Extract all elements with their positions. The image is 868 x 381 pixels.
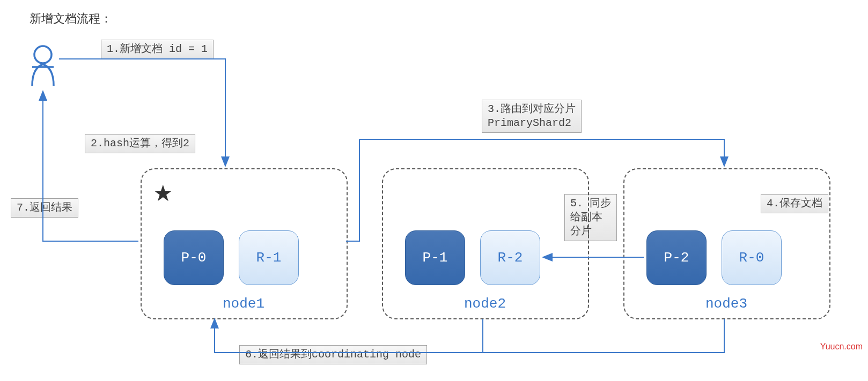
step-6-label: 6.返回结果到coordinating node: [239, 345, 427, 364]
step-3-label: 3.路由到对应分片 PrimaryShard2: [482, 100, 582, 133]
shard-p2: P-2: [646, 230, 707, 285]
user-icon: [27, 44, 59, 89]
shard-p1: P-1: [405, 230, 465, 285]
step-1-label: 1.新增文档 id = 1: [101, 40, 214, 59]
shard-r0: R-0: [722, 230, 782, 285]
step-2-label: 2.hash运算，得到2: [85, 134, 195, 153]
node3-label: node3: [705, 296, 747, 312]
node1-label: node1: [223, 296, 264, 312]
watermark: Yuucn.com: [820, 342, 863, 352]
svg-point-0: [34, 46, 52, 63]
star-icon: ★: [153, 180, 173, 206]
node2-label: node2: [464, 296, 506, 312]
step-7-label: 7.返回结果: [11, 198, 78, 218]
shard-r2: R-2: [480, 230, 540, 285]
shard-r1: R-1: [239, 230, 299, 285]
shard-p0: P-0: [164, 230, 224, 285]
diagram-title: 新增文档流程：: [30, 11, 112, 27]
